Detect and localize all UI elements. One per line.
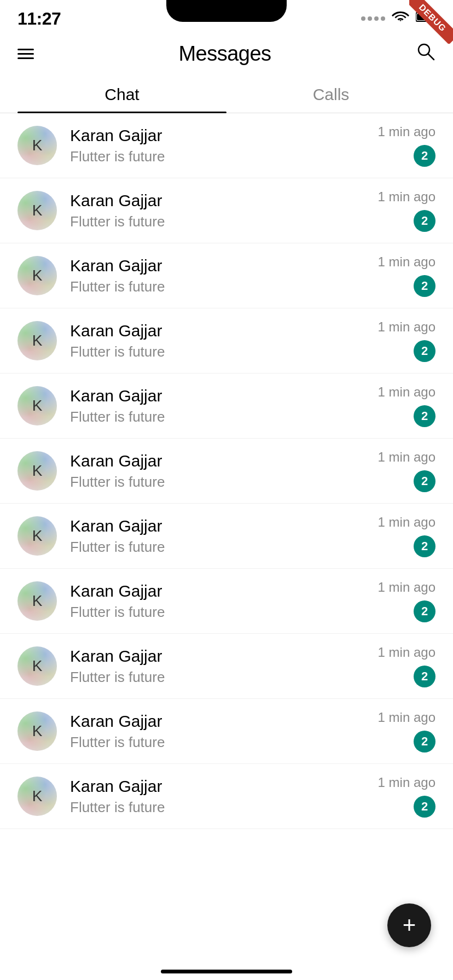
signal-dots xyxy=(361,16,385,21)
message-preview: Flutter is future xyxy=(70,148,369,165)
message-preview: Flutter is future xyxy=(70,343,369,360)
search-button[interactable] xyxy=(416,42,435,66)
chat-list-item[interactable]: K Karan Gajjar Flutter is future 1 min a… xyxy=(0,699,453,764)
message-preview: Flutter is future xyxy=(70,799,369,816)
avatar-initial: K xyxy=(32,592,43,610)
plus-icon: + xyxy=(403,912,416,938)
contact-name: Karan Gajjar xyxy=(70,387,369,405)
contact-name: Karan Gajjar xyxy=(70,256,369,275)
chat-content: Karan Gajjar Flutter is future xyxy=(70,256,369,295)
unread-count-badge: 2 xyxy=(414,145,435,167)
chat-list-item[interactable]: K Karan Gajjar Flutter is future 1 min a… xyxy=(0,569,453,634)
unread-count-badge: 2 xyxy=(414,796,435,818)
contact-name: Karan Gajjar xyxy=(70,712,369,731)
chat-content: Karan Gajjar Flutter is future xyxy=(70,322,369,360)
tab-bar: Chat Calls xyxy=(0,77,453,113)
chat-content: Karan Gajjar Flutter is future xyxy=(70,582,369,621)
unread-count-badge: 2 xyxy=(414,405,435,427)
contact-name: Karan Gajjar xyxy=(70,191,369,210)
unread-count-badge: 2 xyxy=(414,340,435,362)
svg-point-2 xyxy=(419,44,429,55)
chat-list-item[interactable]: K Karan Gajjar Flutter is future 1 min a… xyxy=(0,113,453,178)
unread-count-badge: 2 xyxy=(414,600,435,622)
message-time: 1 min ago xyxy=(378,515,435,530)
chat-content: Karan Gajjar Flutter is future xyxy=(70,777,369,816)
home-indicator xyxy=(161,970,292,973)
message-time: 1 min ago xyxy=(378,450,435,465)
unread-count-badge: 2 xyxy=(414,470,435,492)
chat-meta: 1 min ago 2 xyxy=(378,775,435,818)
page-title: Messages xyxy=(178,42,271,66)
avatar: K xyxy=(18,321,57,360)
unread-count-badge: 2 xyxy=(414,275,435,297)
message-preview: Flutter is future xyxy=(70,539,369,556)
avatar: K xyxy=(18,256,57,295)
tab-chat[interactable]: Chat xyxy=(18,77,226,113)
message-preview: Flutter is future xyxy=(70,734,369,751)
message-time: 1 min ago xyxy=(378,775,435,790)
tab-calls[interactable]: Calls xyxy=(226,77,435,113)
message-preview: Flutter is future xyxy=(70,213,369,230)
chat-meta: 1 min ago 2 xyxy=(378,254,435,297)
chat-meta: 1 min ago 2 xyxy=(378,384,435,427)
chat-list-item[interactable]: K Karan Gajjar Flutter is future 1 min a… xyxy=(0,439,453,504)
chat-list-item[interactable]: K Karan Gajjar Flutter is future 1 min a… xyxy=(0,764,453,829)
unread-count-badge: 2 xyxy=(414,666,435,687)
avatar: K xyxy=(18,516,57,556)
contact-name: Karan Gajjar xyxy=(70,777,369,796)
message-time: 1 min ago xyxy=(378,645,435,660)
avatar-initial: K xyxy=(32,657,43,675)
avatar: K xyxy=(18,126,57,165)
unread-count-badge: 2 xyxy=(414,210,435,232)
message-preview: Flutter is future xyxy=(70,474,369,491)
chat-list-item[interactable]: K Karan Gajjar Flutter is future 1 min a… xyxy=(0,634,453,699)
avatar: K xyxy=(18,451,57,491)
menu-button[interactable] xyxy=(18,49,34,59)
notch xyxy=(166,0,287,22)
avatar-initial: K xyxy=(32,137,43,154)
message-preview: Flutter is future xyxy=(70,669,369,686)
avatar: K xyxy=(18,191,57,230)
avatar-initial: K xyxy=(32,267,43,284)
chat-list-item[interactable]: K Karan Gajjar Flutter is future 1 min a… xyxy=(0,504,453,569)
message-time: 1 min ago xyxy=(378,384,435,400)
avatar-initial: K xyxy=(32,788,43,805)
message-time: 1 min ago xyxy=(378,580,435,595)
contact-name: Karan Gajjar xyxy=(70,126,369,145)
chat-list-item[interactable]: K Karan Gajjar Flutter is future 1 min a… xyxy=(0,374,453,439)
chat-content: Karan Gajjar Flutter is future xyxy=(70,387,369,425)
chat-meta: 1 min ago 2 xyxy=(378,124,435,167)
message-time: 1 min ago xyxy=(378,124,435,139)
chat-content: Karan Gajjar Flutter is future xyxy=(70,452,369,491)
chat-content: Karan Gajjar Flutter is future xyxy=(70,191,369,230)
chat-content: Karan Gajjar Flutter is future xyxy=(70,517,369,556)
chat-meta: 1 min ago 2 xyxy=(378,645,435,687)
chat-list-item[interactable]: K Karan Gajjar Flutter is future 1 min a… xyxy=(0,178,453,243)
message-time: 1 min ago xyxy=(378,710,435,725)
chat-meta: 1 min ago 2 xyxy=(378,319,435,362)
app-header: Messages xyxy=(0,33,453,77)
contact-name: Karan Gajjar xyxy=(70,322,369,340)
avatar: K xyxy=(18,646,57,686)
chat-meta: 1 min ago 2 xyxy=(378,580,435,622)
wifi-icon xyxy=(392,10,409,27)
chat-meta: 1 min ago 2 xyxy=(378,450,435,492)
avatar-initial: K xyxy=(32,202,43,219)
message-preview: Flutter is future xyxy=(70,409,369,425)
new-chat-fab[interactable]: + xyxy=(387,903,431,947)
chat-list-item[interactable]: K Karan Gajjar Flutter is future 1 min a… xyxy=(0,308,453,374)
avatar-initial: K xyxy=(32,462,43,480)
message-time: 1 min ago xyxy=(378,319,435,335)
chat-meta: 1 min ago 2 xyxy=(378,710,435,752)
debug-badge xyxy=(409,0,453,44)
contact-name: Karan Gajjar xyxy=(70,452,369,470)
unread-count-badge: 2 xyxy=(414,535,435,557)
chat-list-item[interactable]: K Karan Gajjar Flutter is future 1 min a… xyxy=(0,243,453,308)
message-time: 1 min ago xyxy=(378,189,435,205)
chat-meta: 1 min ago 2 xyxy=(378,189,435,232)
avatar-initial: K xyxy=(32,332,43,349)
avatar-initial: K xyxy=(32,397,43,415)
status-time: 11:27 xyxy=(18,9,61,29)
chat-content: Karan Gajjar Flutter is future xyxy=(70,126,369,165)
avatar: K xyxy=(18,581,57,621)
